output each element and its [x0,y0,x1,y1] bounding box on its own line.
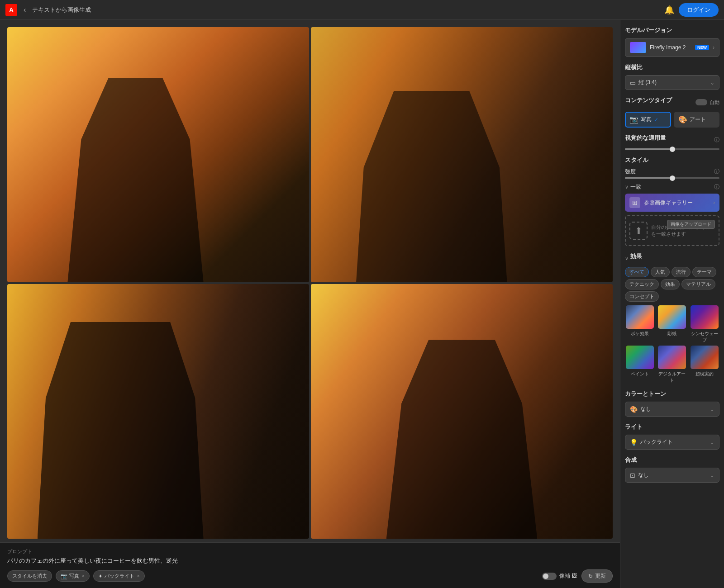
color-tone-section: カラーとトーン 🎨 なし ⌄ [625,390,719,417]
color-tone-title: カラーとトーン [625,390,719,398]
upload-btn-label[interactable]: 画像をアップロード [667,220,715,229]
photo-tag-label: 写真 [69,573,79,579]
filter-trending-btn[interactable]: 流行 [672,267,691,277]
update-button[interactable]: ↻ 更新 [581,569,613,583]
aspect-ratio-section: 縦横比 ▭ 縦 (3:4) ⌄ [625,63,719,90]
composition-select[interactable]: ⊡ なし ⌄ [625,468,719,483]
photo-tag-icon: 📷 [61,573,67,579]
intensity-slider[interactable] [625,177,719,179]
color-value: なし [640,405,707,413]
photo-check-icon: ✓ [654,117,658,123]
slider-fill [625,148,672,150]
image-bottom-left[interactable] [7,284,309,539]
intensity-info-icon[interactable]: ⓘ [714,168,719,175]
slider-thumb[interactable] [670,147,675,152]
content-type-section: コンテンツタイプ 自動 📷 写真 ✓ 🎨 アート [625,96,719,128]
backlight-tag-close[interactable]: × [137,574,140,579]
effect-paint[interactable]: ペイント [625,346,655,384]
intensity-thumb[interactable] [670,175,675,181]
gallery-chevron-icon: › [713,199,715,206]
right-sidebar: モデルバージョン Firefly Image 2 NEW › 縦横比 ▭ 縦 (… [620,20,724,588]
photo-tag[interactable]: 📷 写真 × [56,570,90,582]
prompt-tags: スタイルを消去 📷 写真 × ✦ バックライト × [7,570,145,582]
intensity-label: 強度 [625,168,636,175]
backlight-tag[interactable]: ✦ バックライト × [93,570,145,582]
effects-title-row: ∨ 効果 [625,252,642,264]
enhance-toggle[interactable] [542,573,557,580]
composition-title: 合成 [625,456,719,464]
photo-content-btn[interactable]: 📷 写真 ✓ [625,112,671,128]
style-clear-tag[interactable]: スタイルを消去 [7,570,52,582]
prompt-area: プロンプト パリのカフェの外に座って美しい夜にコーヒーを飲む男性、逆光 スタイル… [0,542,620,588]
backlight-tag-label: バックライト [105,573,134,579]
ref-gallery-label: 参照画像ギャラリー [644,199,710,207]
match-row: ∨ 一致 [625,183,641,191]
composition-icon: ⊡ [630,472,635,479]
color-icon: 🎨 [630,406,638,413]
paint-thumb [626,346,654,369]
page-title: テキストから画像生成 [32,6,660,14]
filter-concept-btn[interactable]: コンセプト [625,291,659,302]
bell-icon[interactable]: 🔔 [664,5,674,15]
effect-bokeh[interactable]: ボケ効果 [625,305,655,343]
image-top-right[interactable] [311,27,613,282]
enhance-label: 像補 🖼 [559,572,577,580]
bokeh-thumb [626,305,654,329]
content-type-header: コンテンツタイプ 自動 [625,96,719,108]
filter-technique-btn[interactable]: テクニック [625,279,659,289]
effect-hyper[interactable]: 超現実的 [690,346,719,384]
visual-amount-slider[interactable] [625,148,719,150]
app-logo: A [5,4,17,16]
filter-theme-btn[interactable]: テーマ [692,267,716,277]
auto-toggle-row: 自動 [695,99,719,106]
upload-box[interactable]: ⬆ 画像をアップロード 自分の参照画像のスタイルを一致させます [625,215,719,246]
effect-synth[interactable]: シンセウェーブ [690,305,719,343]
intensity-row: 強度 ⓘ [625,168,719,175]
auto-label: 自動 [710,99,719,106]
photo-tag-close[interactable]: × [82,574,85,579]
topbar: A ‹ テキストから画像生成 🔔 ログイン [0,0,724,20]
light-section: ライト 💡 バックライト ⌄ [625,423,719,450]
filter-popular-btn[interactable]: 人気 [651,267,670,277]
upload-icon: ⬆ [629,222,648,240]
filter-all-btn[interactable]: すべて [625,267,649,277]
ref-gallery-button[interactable]: ⊞ 参照画像ギャラリー › [625,194,719,212]
art-content-btn[interactable]: 🎨 アート [674,112,720,128]
bokeh-label: ボケ効果 [631,331,649,337]
effects-title: 効果 [630,252,642,261]
image-top-left[interactable] [7,27,309,282]
style-section: スタイル 強度 ⓘ ∨ 一致 ⓘ [625,156,719,246]
new-badge: NEW [695,45,709,50]
art-btn-label: アート [690,116,706,123]
match-info-icon[interactable]: ⓘ [714,183,719,191]
synth-thumb [691,305,719,329]
login-button[interactable]: ログイン [679,3,719,17]
prompt-bottom-row: スタイルを消去 📷 写真 × ✦ バックライト × [7,569,613,583]
style-title: スタイル [625,156,719,164]
collapse-icon[interactable]: ∨ [625,184,629,190]
image-area: プロンプト パリのカフェの外に座って美しい夜にコーヒーを飲む男性、逆光 スタイル… [0,20,620,588]
light-select[interactable]: 💡 バックライト ⌄ [625,435,719,450]
origami-label: 彫紙 [667,331,676,337]
effects-collapse-icon[interactable]: ∨ [625,256,629,261]
back-button[interactable]: ‹ [22,4,28,16]
image-bottom-right[interactable] [311,284,613,539]
model-version-button[interactable]: Firefly Image 2 NEW › [625,38,719,57]
effects-section: ∨ 効果 すべて 人気 流行 テーマ テクニック 効果 マテリアル コンセプト … [625,252,719,384]
model-version-title: モデルバージョン [625,26,719,34]
light-value: バックライト [640,438,707,446]
visual-amount-info-icon[interactable]: ⓘ [714,136,719,144]
filter-effect-btn[interactable]: 効果 [661,279,680,289]
match-header-row: ∨ 一致 ⓘ [625,183,719,191]
prompt-label: プロンプト [7,548,613,555]
filter-material-btn[interactable]: マテリアル [681,279,715,289]
effect-digital[interactable]: デジタルアート [657,346,687,384]
composition-value: なし [638,471,707,479]
aspect-ratio-title: 縦横比 [625,63,719,71]
effect-origami[interactable]: 彫紙 [657,305,687,343]
aspect-ratio-value: 縦 (3:4) [638,79,707,86]
chevron-right-icon: › [713,44,714,51]
auto-toggle-switch[interactable] [695,99,707,105]
aspect-ratio-select[interactable]: ▭ 縦 (3:4) ⌄ [625,75,719,90]
color-tone-select[interactable]: 🎨 なし ⌄ [625,402,719,417]
